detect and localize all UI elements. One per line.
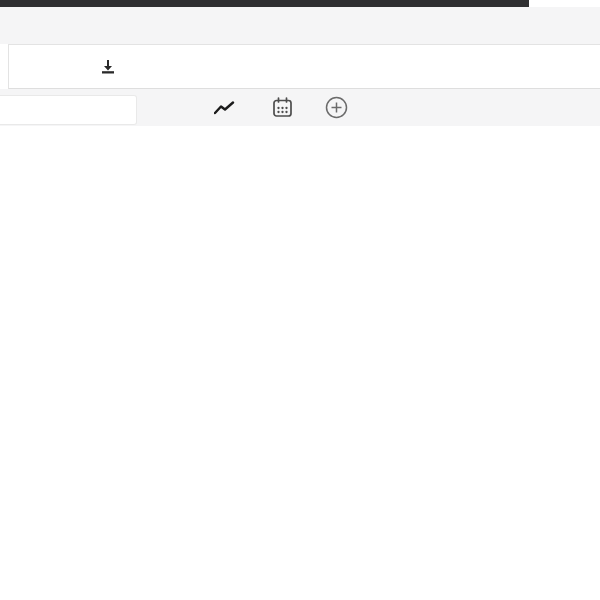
quote-line [0,149,10,164]
date-range-button[interactable] [264,89,301,126]
line-chart-icon [214,101,236,115]
calendar-icon [272,97,293,118]
chart-plot-area[interactable] [0,126,600,600]
compare-add-button[interactable] [318,89,355,126]
price-line-chart [0,126,600,600]
chart-type-button[interactable] [206,89,243,126]
header-spacer-band [0,7,600,44]
chart-toolbar [8,44,600,89]
chart-controls-band [0,89,600,126]
interval-button[interactable] [156,89,186,126]
top-chrome-bar [0,0,529,7]
page [0,0,600,600]
download-icon [101,59,115,74]
toolbar-item-export[interactable] [101,59,121,74]
search-input[interactable] [0,95,137,125]
add-circle-icon [325,96,348,119]
